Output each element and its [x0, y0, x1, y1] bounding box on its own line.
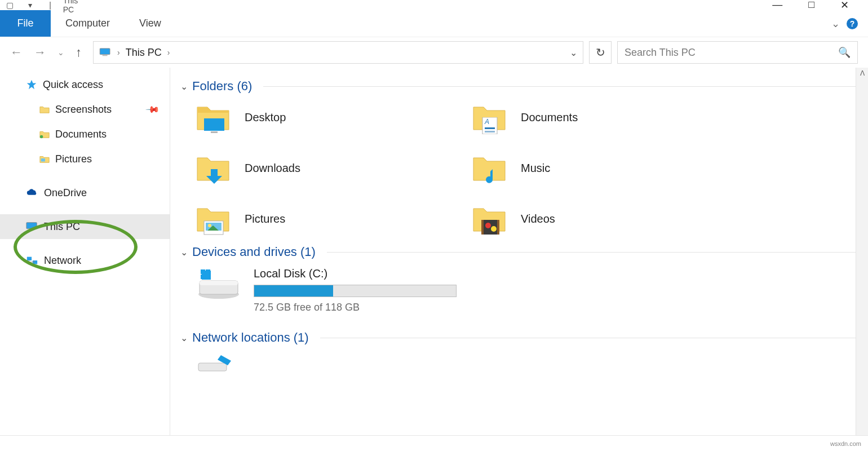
pictures-icon: [203, 219, 225, 236]
desktop-icon: [203, 117, 225, 134]
maximize-button[interactable]: □: [808, 0, 814, 11]
navigation-pane: Quick access Screenshots 📌 Documents Pic…: [0, 68, 170, 435]
nav-label: Quick access: [43, 79, 103, 91]
breadcrumb-separator[interactable]: ›: [167, 48, 170, 57]
breadcrumb-separator[interactable]: ›: [117, 48, 120, 57]
svg-rect-26: [200, 281, 238, 285]
help-icon[interactable]: ?: [847, 18, 858, 29]
svg-rect-4: [41, 158, 45, 161]
folder-icon: [196, 101, 232, 133]
chevron-down-icon[interactable]: ⌄: [180, 333, 188, 343]
nav-this-pc[interactable]: This PC: [0, 214, 170, 239]
folder-icon: [472, 152, 508, 184]
titlebar: ▢ ▾ | This PC — □ ✕: [0, 0, 868, 10]
scroll-up-icon[interactable]: ᐱ: [856, 68, 868, 79]
network-location-tile[interactable]: [196, 353, 858, 377]
ribbon-collapse-icon[interactable]: ⌄: [831, 17, 840, 30]
svg-rect-34: [206, 269, 210, 274]
folder-icon: [472, 203, 508, 235]
qat-item[interactable]: ▾: [24, 1, 36, 9]
star-icon: [26, 79, 37, 90]
folder-label: Music: [521, 162, 550, 175]
nav-quick-access-item[interactable]: Documents: [0, 122, 170, 147]
nav-quick-access-item[interactable]: Pictures: [0, 147, 170, 171]
folder-icon: A: [472, 101, 508, 133]
tab-computer[interactable]: Computer: [51, 10, 125, 37]
folder-label: Downloads: [245, 162, 300, 175]
nav-quick-access-item[interactable]: Screenshots 📌: [0, 97, 170, 122]
search-icon[interactable]: 🔍: [838, 46, 851, 59]
group-rule: [327, 252, 858, 253]
nav-onedrive[interactable]: OneDrive: [0, 180, 170, 205]
file-tab[interactable]: File: [0, 10, 51, 37]
svg-point-17: [208, 224, 211, 227]
qat-separator: |: [44, 1, 56, 9]
network-drive-icon: [196, 353, 236, 375]
svg-rect-33: [201, 269, 205, 274]
svg-rect-7: [27, 257, 32, 260]
folder-tile-documents[interactable]: A Documents: [472, 101, 749, 133]
content-pane: ᐱ ⌄ Folders (6) Desktop: [170, 68, 868, 435]
svg-point-23: [491, 226, 497, 232]
folder-tile-pictures[interactable]: Pictures: [196, 203, 472, 235]
minimize-button[interactable]: —: [772, 0, 782, 11]
svg-point-22: [485, 223, 491, 228]
group-title: Folders (6): [192, 79, 252, 94]
documents-icon: A: [479, 117, 502, 134]
folder-tile-downloads[interactable]: Downloads: [196, 152, 472, 184]
svg-rect-9: [204, 118, 224, 131]
pin-icon: 📌: [145, 101, 161, 117]
breadcrumb[interactable]: This PC: [126, 47, 162, 59]
qat-item[interactable]: ▢: [3, 1, 16, 9]
folder-icon: [39, 105, 50, 114]
videos-icon: [479, 219, 502, 236]
folder-tile-desktop[interactable]: Desktop: [196, 101, 472, 133]
vertical-scrollbar[interactable]: ᐱ: [856, 68, 868, 435]
drive-icon: [196, 267, 241, 301]
nav-quick-access[interactable]: Quick access: [0, 72, 170, 97]
music-note-icon: [479, 168, 502, 185]
recent-locations-button[interactable]: ⌄: [57, 48, 64, 57]
folder-tile-videos[interactable]: Videos: [472, 203, 749, 235]
folder-icon: [39, 130, 50, 139]
search-input[interactable]: [625, 47, 838, 59]
refresh-button[interactable]: ↻: [589, 41, 612, 64]
svg-rect-20: [481, 220, 484, 235]
forward-button[interactable]: →: [34, 45, 46, 60]
group-rule: [320, 338, 858, 338]
tab-view[interactable]: View: [125, 10, 176, 37]
download-arrow-icon: [203, 168, 225, 185]
address-dropdown-icon[interactable]: ⌄: [570, 47, 577, 58]
group-title: Network locations (1): [192, 330, 309, 345]
svg-rect-14: [485, 131, 495, 132]
back-button[interactable]: ←: [10, 45, 23, 60]
nav-label: Documents: [55, 129, 107, 140]
svg-point-3: [40, 135, 43, 138]
group-header-network-locations[interactable]: ⌄ Network locations (1): [180, 330, 858, 345]
ribbon: File Computer View ⌄ ?: [0, 10, 868, 37]
folder-icon: [196, 203, 232, 235]
navigation-row: ← → ⌄ ↑ › This PC › ⌄ ↻ 🔍: [0, 37, 868, 68]
chevron-down-icon[interactable]: ⌄: [180, 81, 188, 92]
chevron-down-icon[interactable]: ⌄: [180, 247, 188, 258]
group-header-folders[interactable]: ⌄ Folders (6): [180, 79, 858, 94]
drive-usage-bar: [254, 285, 457, 297]
address-bar[interactable]: › This PC › ⌄: [93, 41, 583, 64]
nav-network[interactable]: Network: [0, 248, 170, 273]
drive-free-text: 72.5 GB free of 118 GB: [254, 302, 457, 313]
folder-tile-music[interactable]: Music: [472, 152, 749, 184]
nav-label: Screenshots: [55, 104, 112, 116]
drive-tile-c[interactable]: Local Disk (C:) 72.5 GB free of 118 GB: [196, 267, 858, 313]
this-pc-icon: [26, 222, 38, 232]
attribution-text: wsxdn.com: [830, 440, 861, 447]
close-button[interactable]: ✕: [840, 0, 849, 11]
group-header-drives[interactable]: ⌄ Devices and drives (1): [180, 245, 858, 259]
nav-label: Network: [44, 255, 81, 267]
folder-label: Documents: [521, 111, 578, 124]
group-title: Devices and drives (1): [192, 245, 316, 259]
search-box[interactable]: 🔍: [617, 41, 858, 64]
svg-marker-2: [27, 80, 37, 90]
up-button[interactable]: ↑: [76, 45, 82, 60]
svg-rect-21: [497, 220, 499, 235]
nav-label: This PC: [44, 221, 80, 233]
